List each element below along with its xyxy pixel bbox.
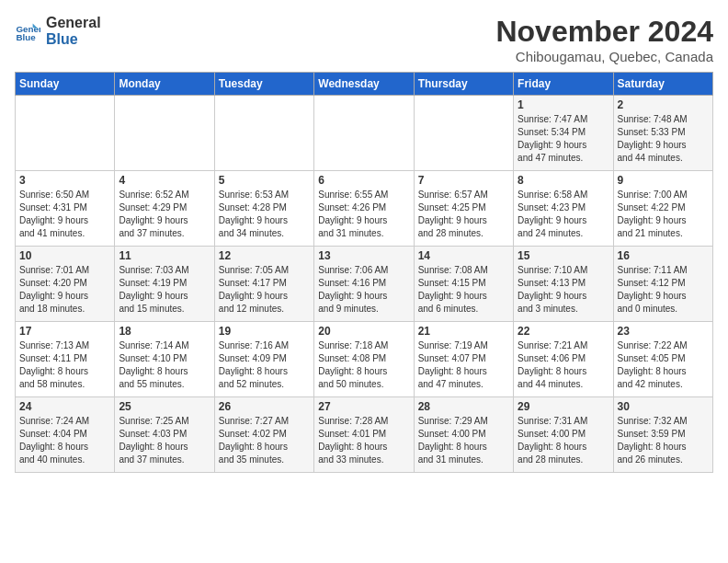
calendar-table: SundayMondayTuesdayWednesdayThursdayFrid… (15, 72, 713, 473)
day-info: Sunrise: 7:06 AM Sunset: 4:16 PM Dayligh… (318, 264, 409, 316)
day-info: Sunrise: 7:28 AM Sunset: 4:01 PM Dayligh… (318, 415, 409, 466)
calendar-header-row: SundayMondayTuesdayWednesdayThursdayFrid… (16, 73, 713, 96)
week-row-3: 17Sunrise: 7:13 AM Sunset: 4:11 PM Dayli… (16, 322, 713, 397)
calendar-cell: 4Sunrise: 6:52 AM Sunset: 4:29 PM Daylig… (115, 171, 214, 247)
day-number: 26 (219, 400, 310, 413)
day-info: Sunrise: 7:31 AM Sunset: 4:00 PM Dayligh… (518, 415, 609, 466)
calendar-cell: 19Sunrise: 7:16 AM Sunset: 4:09 PM Dayli… (214, 322, 313, 397)
day-info: Sunrise: 7:25 AM Sunset: 4:03 PM Dayligh… (119, 415, 210, 466)
day-number: 25 (119, 400, 210, 413)
header-monday: Monday (115, 73, 214, 96)
day-number: 19 (219, 325, 310, 338)
calendar-cell: 24Sunrise: 7:24 AM Sunset: 4:04 PM Dayli… (16, 397, 115, 473)
day-info: Sunrise: 6:58 AM Sunset: 4:23 PM Dayligh… (518, 189, 609, 240)
calendar-cell: 23Sunrise: 7:22 AM Sunset: 4:05 PM Dayli… (613, 322, 712, 397)
day-number: 24 (19, 400, 110, 413)
day-info: Sunrise: 7:16 AM Sunset: 4:09 PM Dayligh… (219, 339, 310, 391)
day-info: Sunrise: 6:55 AM Sunset: 4:26 PM Dayligh… (318, 189, 409, 240)
day-info: Sunrise: 7:00 AM Sunset: 4:22 PM Dayligh… (618, 189, 709, 240)
calendar-cell: 20Sunrise: 7:18 AM Sunset: 4:08 PM Dayli… (314, 322, 414, 397)
day-number: 2 (618, 98, 709, 111)
day-number: 10 (19, 249, 110, 262)
day-number: 1 (518, 98, 609, 111)
day-number: 13 (318, 249, 409, 262)
day-number: 20 (318, 325, 409, 338)
logo-line2: Blue (46, 31, 101, 48)
calendar-cell: 3Sunrise: 6:50 AM Sunset: 4:31 PM Daylig… (16, 171, 115, 247)
location-title: Chibougamau, Quebec, Canada (495, 49, 713, 64)
day-number: 29 (518, 400, 609, 413)
day-info: Sunrise: 7:48 AM Sunset: 5:33 PM Dayligh… (618, 113, 709, 165)
day-number: 16 (618, 249, 709, 262)
calendar-cell: 22Sunrise: 7:21 AM Sunset: 4:06 PM Dayli… (514, 322, 613, 397)
day-number: 22 (518, 325, 609, 338)
calendar-cell (16, 96, 115, 171)
title-block: November 2024 Chibougamau, Quebec, Canad… (495, 15, 713, 64)
calendar-cell: 16Sunrise: 7:11 AM Sunset: 4:12 PM Dayli… (613, 247, 712, 322)
week-row-2: 10Sunrise: 7:01 AM Sunset: 4:20 PM Dayli… (16, 247, 713, 322)
day-info: Sunrise: 6:53 AM Sunset: 4:28 PM Dayligh… (219, 189, 310, 240)
day-info: Sunrise: 7:08 AM Sunset: 4:15 PM Dayligh… (418, 264, 509, 316)
week-row-1: 3Sunrise: 6:50 AM Sunset: 4:31 PM Daylig… (16, 171, 713, 247)
day-info: Sunrise: 7:22 AM Sunset: 4:05 PM Dayligh… (618, 339, 709, 391)
calendar-cell: 25Sunrise: 7:25 AM Sunset: 4:03 PM Dayli… (115, 397, 214, 473)
calendar-cell: 10Sunrise: 7:01 AM Sunset: 4:20 PM Dayli… (16, 247, 115, 322)
day-number: 9 (618, 174, 709, 187)
calendar-cell: 28Sunrise: 7:29 AM Sunset: 4:00 PM Dayli… (414, 397, 513, 473)
day-number: 28 (418, 400, 509, 413)
calendar-cell: 2Sunrise: 7:48 AM Sunset: 5:33 PM Daylig… (613, 96, 712, 171)
header-sunday: Sunday (16, 73, 115, 96)
header-tuesday: Tuesday (214, 73, 313, 96)
week-row-4: 24Sunrise: 7:24 AM Sunset: 4:04 PM Dayli… (16, 397, 713, 473)
day-info: Sunrise: 7:19 AM Sunset: 4:07 PM Dayligh… (418, 339, 509, 391)
calendar-cell: 12Sunrise: 7:05 AM Sunset: 4:17 PM Dayli… (214, 247, 313, 322)
day-info: Sunrise: 7:13 AM Sunset: 4:11 PM Dayligh… (19, 339, 110, 391)
header-thursday: Thursday (414, 73, 513, 96)
day-info: Sunrise: 7:05 AM Sunset: 4:17 PM Dayligh… (219, 264, 310, 316)
header-saturday: Saturday (613, 73, 712, 96)
calendar-cell: 7Sunrise: 6:57 AM Sunset: 4:25 PM Daylig… (414, 171, 513, 247)
calendar-cell (115, 96, 214, 171)
calendar-cell: 8Sunrise: 6:58 AM Sunset: 4:23 PM Daylig… (514, 171, 613, 247)
day-number: 21 (418, 325, 509, 338)
logo-icon: General Blue (15, 18, 40, 44)
day-number: 15 (518, 249, 609, 262)
calendar-cell (214, 96, 313, 171)
day-info: Sunrise: 6:50 AM Sunset: 4:31 PM Dayligh… (19, 189, 110, 240)
day-number: 6 (318, 174, 409, 187)
calendar-cell: 1Sunrise: 7:47 AM Sunset: 5:34 PM Daylig… (514, 96, 613, 171)
calendar-cell (314, 96, 414, 171)
calendar-cell: 29Sunrise: 7:31 AM Sunset: 4:00 PM Dayli… (514, 397, 613, 473)
calendar-cell: 9Sunrise: 7:00 AM Sunset: 4:22 PM Daylig… (613, 171, 712, 247)
day-number: 18 (119, 325, 210, 338)
day-number: 14 (418, 249, 509, 262)
logo-line1: General (46, 15, 101, 31)
calendar-cell: 5Sunrise: 6:53 AM Sunset: 4:28 PM Daylig… (214, 171, 313, 247)
calendar-cell: 30Sunrise: 7:32 AM Sunset: 3:59 PM Dayli… (613, 397, 712, 473)
day-number: 17 (19, 325, 110, 338)
day-info: Sunrise: 7:01 AM Sunset: 4:20 PM Dayligh… (19, 264, 110, 316)
day-info: Sunrise: 6:52 AM Sunset: 4:29 PM Dayligh… (119, 189, 210, 240)
calendar-cell: 26Sunrise: 7:27 AM Sunset: 4:02 PM Dayli… (214, 397, 313, 473)
calendar-cell: 13Sunrise: 7:06 AM Sunset: 4:16 PM Dayli… (314, 247, 414, 322)
day-number: 5 (219, 174, 310, 187)
day-info: Sunrise: 7:10 AM Sunset: 4:13 PM Dayligh… (518, 264, 609, 316)
header-wednesday: Wednesday (314, 73, 414, 96)
calendar-cell: 15Sunrise: 7:10 AM Sunset: 4:13 PM Dayli… (514, 247, 613, 322)
day-number: 3 (19, 174, 110, 187)
calendar-cell: 17Sunrise: 7:13 AM Sunset: 4:11 PM Dayli… (16, 322, 115, 397)
logo: General Blue General Blue (15, 15, 101, 47)
day-number: 12 (219, 249, 310, 262)
day-number: 8 (518, 174, 609, 187)
svg-text:Blue: Blue (16, 31, 36, 41)
day-number: 27 (318, 400, 409, 413)
week-row-0: 1Sunrise: 7:47 AM Sunset: 5:34 PM Daylig… (16, 96, 713, 171)
day-info: Sunrise: 7:14 AM Sunset: 4:10 PM Dayligh… (119, 339, 210, 391)
day-number: 23 (618, 325, 709, 338)
calendar-body: 1Sunrise: 7:47 AM Sunset: 5:34 PM Daylig… (16, 96, 713, 473)
day-info: Sunrise: 7:11 AM Sunset: 4:12 PM Dayligh… (618, 264, 709, 316)
calendar-cell: 11Sunrise: 7:03 AM Sunset: 4:19 PM Dayli… (115, 247, 214, 322)
day-info: Sunrise: 7:29 AM Sunset: 4:00 PM Dayligh… (418, 415, 509, 466)
day-number: 30 (618, 400, 709, 413)
day-info: Sunrise: 7:47 AM Sunset: 5:34 PM Dayligh… (518, 113, 609, 165)
